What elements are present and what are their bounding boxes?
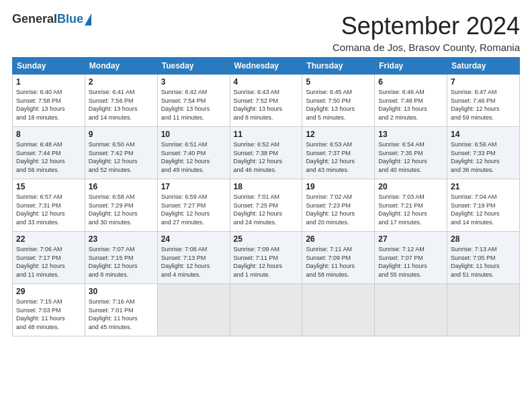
day-number: 15 — [16, 182, 81, 191]
week-row-3: 15Sunrise: 6:57 AM Sunset: 7:31 PM Dayli… — [13, 179, 520, 232]
day-cell-w1-d2: 3Sunrise: 6:42 AM Sunset: 7:54 PM Daylig… — [157, 75, 230, 127]
week-row-1: 1Sunrise: 6:40 AM Sunset: 7:58 PM Daylig… — [13, 75, 520, 127]
day-cell-w3-d4: 19Sunrise: 7:02 AM Sunset: 7:23 PM Dayli… — [302, 179, 375, 232]
day-number: 2 — [89, 77, 154, 87]
day-cell-w1-d0: 1Sunrise: 6:40 AM Sunset: 7:58 PM Daylig… — [13, 75, 85, 127]
day-number: 3 — [161, 77, 226, 87]
day-cell-w4-d6: 28Sunrise: 7:13 AM Sunset: 7:05 PM Dayli… — [447, 232, 520, 284]
week-row-5: 29Sunrise: 7:15 AM Sunset: 7:03 PM Dayli… — [13, 284, 520, 336]
day-cell-w3-d3: 18Sunrise: 7:01 AM Sunset: 7:25 PM Dayli… — [230, 179, 302, 232]
day-cell-w2-d0: 8Sunrise: 6:48 AM Sunset: 7:44 PM Daylig… — [13, 127, 85, 179]
day-cell-w4-d5: 27Sunrise: 7:12 AM Sunset: 7:07 PM Dayli… — [375, 232, 447, 284]
th-wednesday: Wednesday — [230, 58, 302, 75]
day-cell-w4-d1: 23Sunrise: 7:07 AM Sunset: 7:15 PM Dayli… — [85, 232, 157, 284]
th-thursday: Thursday — [302, 58, 375, 75]
day-info: Sunrise: 6:43 AM Sunset: 7:52 PM Dayligh… — [234, 88, 299, 122]
month-title: September 2024 — [332, 12, 520, 40]
day-info: Sunrise: 6:54 AM Sunset: 7:35 PM Dayligh… — [378, 140, 443, 174]
day-number: 7 — [451, 77, 516, 87]
day-number: 22 — [16, 234, 81, 244]
th-tuesday: Tuesday — [157, 58, 230, 75]
day-info: Sunrise: 6:47 AM Sunset: 7:46 PM Dayligh… — [451, 88, 516, 122]
day-number: 26 — [306, 234, 371, 244]
day-number: 13 — [378, 130, 443, 139]
day-cell-w1-d3: 4Sunrise: 6:43 AM Sunset: 7:52 PM Daylig… — [230, 75, 302, 127]
day-number: 19 — [306, 182, 371, 191]
day-info: Sunrise: 7:09 AM Sunset: 7:11 PM Dayligh… — [234, 245, 299, 279]
calendar-header-row: Sunday Monday Tuesday Wednesday Thursday… — [13, 58, 520, 75]
day-cell-w3-d1: 16Sunrise: 6:58 AM Sunset: 7:29 PM Dayli… — [85, 179, 157, 232]
day-info: Sunrise: 6:50 AM Sunset: 7:42 PM Dayligh… — [89, 140, 154, 174]
day-info: Sunrise: 7:03 AM Sunset: 7:21 PM Dayligh… — [378, 193, 443, 226]
day-cell-w5-d6 — [447, 284, 520, 336]
day-info: Sunrise: 6:45 AM Sunset: 7:50 PM Dayligh… — [306, 88, 371, 122]
day-number: 28 — [451, 234, 516, 244]
location-title: Comana de Jos, Brasov County, Romania — [332, 42, 520, 53]
day-cell-w5-d4 — [302, 284, 375, 336]
header: General Blue September 2024 Comana de Jo… — [12, 12, 520, 53]
day-number: 9 — [89, 130, 154, 139]
th-friday: Friday — [375, 58, 447, 75]
day-cell-w3-d0: 15Sunrise: 6:57 AM Sunset: 7:31 PM Dayli… — [13, 179, 85, 232]
day-cell-w4-d0: 22Sunrise: 7:06 AM Sunset: 7:17 PM Dayli… — [13, 232, 85, 284]
day-info: Sunrise: 7:15 AM Sunset: 7:03 PM Dayligh… — [16, 298, 81, 331]
day-number: 12 — [306, 130, 371, 139]
day-number: 8 — [16, 130, 81, 139]
day-info: Sunrise: 6:51 AM Sunset: 7:40 PM Dayligh… — [161, 140, 226, 174]
day-info: Sunrise: 7:08 AM Sunset: 7:13 PM Dayligh… — [161, 245, 226, 279]
th-sunday: Sunday — [13, 58, 85, 75]
day-number: 30 — [89, 287, 154, 296]
day-cell-w5-d5 — [375, 284, 447, 336]
day-cell-w2-d1: 9Sunrise: 6:50 AM Sunset: 7:42 PM Daylig… — [85, 127, 157, 179]
day-number: 6 — [378, 77, 443, 87]
week-row-4: 22Sunrise: 7:06 AM Sunset: 7:17 PM Dayli… — [13, 232, 520, 284]
day-number: 1 — [16, 77, 81, 87]
day-info: Sunrise: 6:40 AM Sunset: 7:58 PM Dayligh… — [16, 88, 81, 122]
day-cell-w3-d6: 21Sunrise: 7:04 AM Sunset: 7:19 PM Dayli… — [447, 179, 520, 232]
day-cell-w1-d5: 6Sunrise: 6:46 AM Sunset: 7:48 PM Daylig… — [375, 75, 447, 127]
day-number: 25 — [234, 234, 299, 244]
day-info: Sunrise: 7:12 AM Sunset: 7:07 PM Dayligh… — [378, 245, 443, 279]
day-number: 10 — [161, 130, 226, 139]
week-row-2: 8Sunrise: 6:48 AM Sunset: 7:44 PM Daylig… — [13, 127, 520, 179]
day-info: Sunrise: 7:01 AM Sunset: 7:25 PM Dayligh… — [234, 193, 299, 226]
day-cell-w1-d1: 2Sunrise: 6:41 AM Sunset: 7:56 PM Daylig… — [85, 75, 157, 127]
calendar-table: Sunday Monday Tuesday Wednesday Thursday… — [12, 57, 520, 336]
day-cell-w2-d3: 11Sunrise: 6:52 AM Sunset: 7:38 PM Dayli… — [230, 127, 302, 179]
day-cell-w2-d6: 14Sunrise: 6:56 AM Sunset: 7:33 PM Dayli… — [447, 127, 520, 179]
day-cell-w2-d5: 13Sunrise: 6:54 AM Sunset: 7:35 PM Dayli… — [375, 127, 447, 179]
day-info: Sunrise: 7:13 AM Sunset: 7:05 PM Dayligh… — [451, 245, 516, 279]
day-info: Sunrise: 6:57 AM Sunset: 7:31 PM Dayligh… — [16, 193, 81, 226]
day-number: 21 — [451, 182, 516, 191]
day-info: Sunrise: 6:42 AM Sunset: 7:54 PM Dayligh… — [161, 88, 226, 122]
day-number: 11 — [234, 130, 299, 139]
logo: General Blue — [12, 12, 91, 26]
day-cell-w4-d3: 25Sunrise: 7:09 AM Sunset: 7:11 PM Dayli… — [230, 232, 302, 284]
logo-general-text: General — [12, 12, 57, 26]
day-info: Sunrise: 7:02 AM Sunset: 7:23 PM Dayligh… — [306, 193, 371, 226]
day-cell-w4-d2: 24Sunrise: 7:08 AM Sunset: 7:13 PM Dayli… — [157, 232, 230, 284]
day-cell-w3-d2: 17Sunrise: 6:59 AM Sunset: 7:27 PM Dayli… — [157, 179, 230, 232]
day-info: Sunrise: 7:07 AM Sunset: 7:15 PM Dayligh… — [89, 245, 154, 279]
day-cell-w2-d4: 12Sunrise: 6:53 AM Sunset: 7:37 PM Dayli… — [302, 127, 375, 179]
day-cell-w3-d5: 20Sunrise: 7:03 AM Sunset: 7:21 PM Dayli… — [375, 179, 447, 232]
day-number: 24 — [161, 234, 226, 244]
day-info: Sunrise: 6:58 AM Sunset: 7:29 PM Dayligh… — [89, 193, 154, 226]
day-cell-w5-d2 — [157, 284, 230, 336]
day-number: 17 — [161, 182, 226, 191]
day-number: 14 — [451, 130, 516, 139]
day-number: 23 — [89, 234, 154, 244]
day-number: 18 — [234, 182, 299, 191]
day-cell-w2-d2: 10Sunrise: 6:51 AM Sunset: 7:40 PM Dayli… — [157, 127, 230, 179]
title-section: September 2024 Comana de Jos, Brasov Cou… — [332, 12, 520, 53]
day-info: Sunrise: 6:59 AM Sunset: 7:27 PM Dayligh… — [161, 193, 226, 226]
day-info: Sunrise: 6:53 AM Sunset: 7:37 PM Dayligh… — [306, 140, 371, 174]
day-cell-w4-d4: 26Sunrise: 7:11 AM Sunset: 7:09 PM Dayli… — [302, 232, 375, 284]
day-number: 29 — [16, 287, 81, 296]
th-monday: Monday — [85, 58, 157, 75]
day-number: 5 — [306, 77, 371, 87]
day-number: 20 — [378, 182, 443, 191]
day-cell-w5-d3 — [230, 284, 302, 336]
day-info: Sunrise: 7:06 AM Sunset: 7:17 PM Dayligh… — [16, 245, 81, 279]
day-number: 27 — [378, 234, 443, 244]
